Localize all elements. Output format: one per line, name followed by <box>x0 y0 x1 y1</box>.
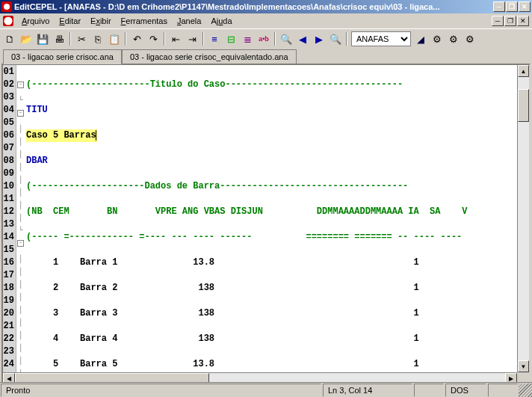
restore-button[interactable]: ❐ <box>506 1 518 12</box>
indent-left-icon[interactable]: ⇤ <box>169 32 182 46</box>
new-icon[interactable]: 🗋 <box>3 32 16 46</box>
tool3-icon[interactable]: ⚙ <box>463 32 477 46</box>
undo-icon[interactable]: ↶ <box>130 32 143 46</box>
find-icon[interactable]: 🔍 <box>279 32 293 46</box>
svg-point-0 <box>4 4 10 10</box>
cut-icon[interactable]: ✂ <box>75 32 88 46</box>
fold-gutter[interactable]: - └ - ││││││││└ - ││││││││││└ <box>16 65 25 384</box>
bookmark-prev-icon[interactable]: ◀ <box>296 32 309 46</box>
menu-exibir[interactable]: Exibir <box>86 15 116 27</box>
menu-bar: Arquivo Editar Exibir Ferramentas Janela… <box>0 13 532 28</box>
tool1-icon[interactable]: ⚙ <box>430 32 444 46</box>
code-area[interactable]: (----------------------Titulo do Caso---… <box>25 65 529 384</box>
redo-icon[interactable]: ↷ <box>146 32 160 46</box>
bookmark-next-icon[interactable]: ▶ <box>312 32 326 46</box>
vertical-scrollbar[interactable]: ▲ ▼ <box>517 65 529 372</box>
tool2-icon[interactable]: ⚙ <box>447 32 460 46</box>
status-bar: Pronto Ln 3, Col 14 DOS <box>0 382 532 397</box>
separator <box>125 32 126 46</box>
vscroll-thumb[interactable] <box>518 89 529 122</box>
print-icon[interactable]: 🖶 <box>52 32 66 46</box>
close-button[interactable]: ✕ <box>519 1 531 12</box>
editor: 01 02 03 04 05 06 07 08 09 10 11 12 13 1… <box>1 64 531 386</box>
tab-1[interactable]: 03 - ligacao serie crisoc_equivalentado.… <box>122 49 297 64</box>
title-bar: EditCEPEL - [ANAFAS - D:\D em Crihome2\P… <box>0 0 532 13</box>
list-icon[interactable]: ≡ <box>208 32 221 46</box>
toolbar: 🗋 📂 💾 🖶 ✂ ⎘ 📋 ↶ ↷ ⇤ ⇥ ≡ ⊟ ≣ a•b 🔍 ◀ ▶ 🔍 … <box>0 28 532 49</box>
menu-ajuda[interactable]: Ajuda <box>206 15 236 27</box>
line-number-gutter: 01 02 03 04 05 06 07 08 09 10 11 12 13 1… <box>3 65 16 384</box>
separator <box>202 32 204 46</box>
mdi-icon[interactable] <box>3 16 13 26</box>
svg-point-1 <box>4 16 12 25</box>
status-ready: Pronto <box>1 384 321 397</box>
copy-icon[interactable]: ⎘ <box>91 32 105 46</box>
marker-icon[interactable]: ≣ <box>241 32 254 46</box>
tab-0[interactable]: 03 - ligacao serie crisoc.ana <box>3 49 122 64</box>
separator <box>346 32 347 46</box>
tree-icon[interactable]: ⊟ <box>224 32 238 46</box>
minimize-button[interactable]: ─ <box>493 1 505 12</box>
abc-icon[interactable]: a•b <box>257 32 270 46</box>
status-position: Ln 3, Col 14 <box>323 384 412 397</box>
separator <box>274 32 276 46</box>
status-mode: DOS <box>445 384 486 397</box>
mdi-close-button[interactable]: ✕ <box>517 16 529 26</box>
menu-arquivo[interactable]: Arquivo <box>17 15 54 27</box>
separator <box>164 32 165 46</box>
open-icon[interactable]: 📂 <box>19 32 33 46</box>
status-blank2 <box>488 384 518 397</box>
profile-combo[interactable]: ANAFAS <box>351 31 411 46</box>
run-icon[interactable]: ◢ <box>414 32 427 46</box>
menu-editar[interactable]: Editar <box>55 15 85 27</box>
paste-icon[interactable]: 📋 <box>108 32 121 46</box>
mdi-minimize-button[interactable]: ─ <box>492 16 504 26</box>
mdi-restore-button[interactable]: ❐ <box>504 16 516 26</box>
menu-janela[interactable]: Janela <box>173 15 205 27</box>
window-title: EditCEPEL - [ANAFAS - D:\D em Crihome2\P… <box>14 2 493 11</box>
separator <box>69 32 71 46</box>
indent-right-icon[interactable]: ⇥ <box>185 32 199 46</box>
menu-ferramentas[interactable]: Ferramentas <box>117 15 172 27</box>
status-blank1 <box>414 384 444 397</box>
document-tabs: 03 - ligacao serie crisoc.ana 03 - ligac… <box>0 49 532 64</box>
scroll-down-icon[interactable]: ▼ <box>518 360 529 372</box>
scroll-up-icon[interactable]: ▲ <box>518 65 529 77</box>
save-icon[interactable]: 💾 <box>36 32 49 46</box>
app-icon <box>1 1 12 12</box>
find-all-icon[interactable]: 🔍 <box>329 32 342 46</box>
resize-grip[interactable] <box>519 384 532 397</box>
